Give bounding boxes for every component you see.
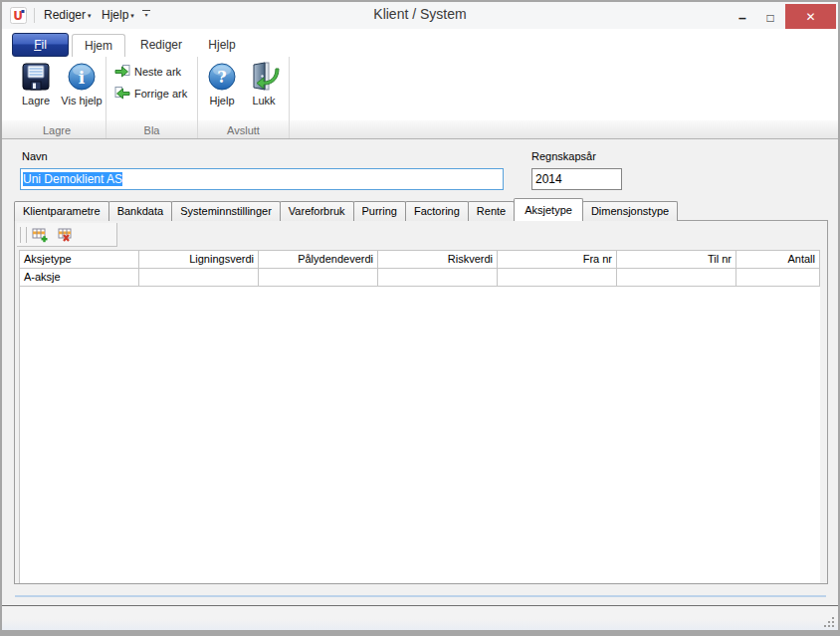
cell-fra-nr[interactable] [498,269,617,287]
question-circle-icon: ? [206,61,238,93]
previous-sheet-label: Forrige ark [134,88,187,100]
page-prev-icon [114,86,130,102]
cell-riskverdi[interactable] [378,269,498,287]
next-sheet-button[interactable]: Neste ark [114,62,181,82]
column-header-palydendeverdi[interactable]: Pålydendeverdi [259,251,378,269]
column-header-til-nr[interactable]: Til nr [617,251,736,269]
tab-purring[interactable]: Purring [353,201,406,221]
app-window: U Rediger▾ Hjelp▾ ▾ Klient / System – □ … [0,0,840,636]
help-button[interactable]: ? Hjelp [202,59,242,120]
column-header-antall[interactable]: Antall [736,251,820,269]
qat-menu-rediger[interactable]: Rediger▾ [40,2,96,29]
cell-antall[interactable] [736,269,820,287]
column-header-aksjetype[interactable]: Aksjetype [20,251,139,269]
qat-separator [34,8,35,23]
page-tabstrip: Klientparametre Bankdata Systeminnstilli… [14,198,677,221]
exit-door-icon [248,61,280,93]
column-header-fra-nr[interactable]: Fra nr [498,251,617,269]
tab-klientparametre[interactable]: Klientparametre [14,201,109,221]
tab-rente[interactable]: Rente [468,201,515,221]
svg-text:?: ? [217,68,226,87]
grid-add-icon [32,227,48,243]
ribbon-group-caption: Lagre [8,124,105,136]
page-next-icon [114,64,130,80]
grid-row[interactable]: A-aksje [20,269,820,287]
ribbon-tab-row: Fil Hjem Rediger Hjelp [2,29,838,57]
tab-factoring[interactable]: Factoring [405,201,469,221]
ribbon-group-lagre: Lagre i Vis hjelp Lagre [8,57,106,138]
tab-aksjetype[interactable]: Aksjetype [514,198,583,221]
ribbon-group-caption: Avslutt [198,124,289,136]
aksjetype-grid: Aksjetype Ligningsverdi Pålydendeverdi R… [19,250,820,583]
cell-aksjetype[interactable]: A-aksje [20,269,139,287]
delete-row-button[interactable] [53,224,79,246]
titlebar: U Rediger▾ Hjelp▾ ▾ Klient / System – □ … [2,2,838,29]
tab-bankdata[interactable]: Bankdata [108,201,172,221]
selected-text: Uni Demoklient AS [23,172,122,186]
grid-header-row: Aksjetype Ligningsverdi Pålydendeverdi R… [20,251,820,269]
cell-palydendeverdi[interactable] [259,269,378,287]
resize-grip[interactable] [820,613,834,627]
form-area: Navn Uni Demoklient AS Regnskapsår Klien… [2,139,838,605]
grid-delete-icon [58,227,74,243]
minimize-button[interactable]: – [730,8,755,27]
column-header-riskverdi[interactable]: Riskverdi [378,251,498,269]
maximize-button[interactable]: □ [757,8,783,27]
ribbon-tab-rediger[interactable]: Rediger [131,34,191,57]
tab-vareforbruk[interactable]: Vareforbruk [280,201,354,221]
aksjetype-panel: Aksjetype Ligningsverdi Pålydendeverdi R… [14,220,828,584]
next-sheet-label: Neste ark [134,66,181,78]
client-name-input[interactable]: Uni Demoklient AS [20,168,504,190]
chevron-down-icon: ▾ [130,12,134,19]
qat-menu-hjelp[interactable]: Hjelp▾ [98,2,138,29]
show-help-button[interactable]: i Vis hjelp [60,59,104,120]
close-button[interactable]: ✕ [785,4,836,29]
svg-text:i: i [79,68,86,88]
save-button-label: Lagre [14,95,58,106]
window-title: Klient / System [201,2,639,29]
statusbar [2,605,838,630]
ribbon-group-avslutt: ? Hjelp Lukk Avslutt [198,57,290,138]
info-circle-icon: i [66,61,98,93]
cell-ligningsverdi[interactable] [139,269,259,287]
bottom-accent-line [15,595,826,597]
tab-systeminnstillinger[interactable]: Systeminnstillinger [171,201,281,221]
fiscal-year-label: Regnskapsår [531,150,596,162]
fiscal-year-input[interactable] [531,168,622,190]
ribbon-group-caption: Bla [106,124,197,136]
column-header-ligningsverdi[interactable]: Ligningsverdi [139,251,259,269]
floppy-disk-icon [20,61,52,93]
ribbon: Lagre i Vis hjelp Lagre N [2,57,838,139]
ribbon-tab-hjem[interactable]: Hjem [72,34,125,57]
grid-toolbar [17,223,117,247]
ribbon-group-bla: Neste ark Forrige ark Bla [106,57,198,138]
tab-dimensjonstype[interactable]: Dimensjonstype [582,201,678,221]
previous-sheet-button[interactable]: Forrige ark [114,84,187,104]
chevron-down-icon: ▾ [88,12,92,19]
help-button-label: Hjelp [202,95,242,106]
ribbon-tab-hjelp[interactable]: Hjelp [199,34,245,57]
chevron-down-icon: ▾ [141,12,151,18]
cell-til-nr[interactable] [617,269,736,287]
qat-customize-button[interactable]: ▾ [141,10,151,18]
show-help-button-label: Vis hjelp [60,95,104,106]
close-form-button-label: Lukk [244,95,284,106]
name-label: Navn [22,150,48,162]
app-logo-icon[interactable]: U [10,7,27,24]
add-row-button[interactable] [27,224,53,246]
close-form-button[interactable]: Lukk [244,59,284,120]
file-menu-button[interactable]: Fil [12,33,69,57]
save-button[interactable]: Lagre [14,59,58,120]
toolbar-grip[interactable] [20,227,27,243]
svg-text:U: U [13,9,23,23]
